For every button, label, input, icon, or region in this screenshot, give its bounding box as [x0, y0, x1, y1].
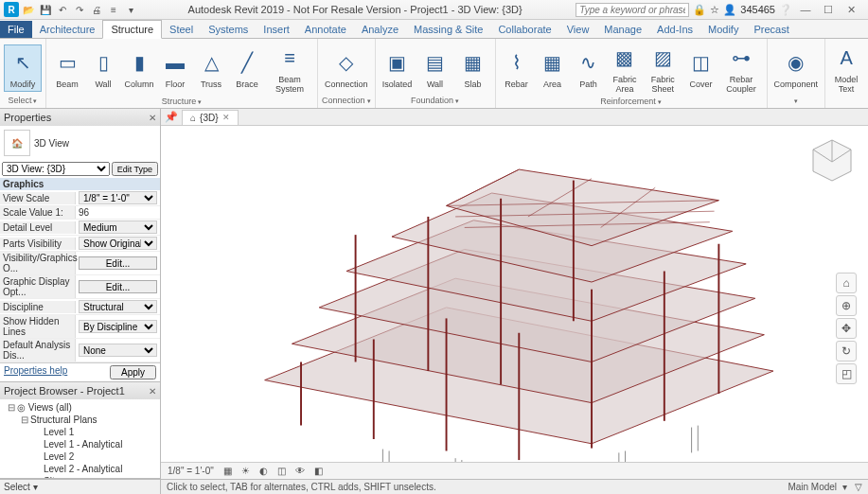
tab-file[interactable]: File	[0, 21, 32, 38]
minimize-button[interactable]: —	[796, 3, 815, 17]
tab-steel[interactable]: Steel	[162, 21, 201, 38]
print-icon[interactable]: 🖨	[89, 2, 104, 17]
tab-modify[interactable]: Modify	[700, 21, 746, 38]
type-selector[interactable]: 🏠 3D View	[0, 126, 160, 160]
tree-item-structural-plans[interactable]: ⊟Structural Plans	[0, 414, 160, 426]
tree-item-views-all-[interactable]: ⊟◎ Views (all)	[0, 401, 160, 414]
nav-tool[interactable]: ⊕	[836, 295, 857, 316]
close-button[interactable]: ✕	[841, 3, 860, 17]
column-button[interactable]: ▮Column	[122, 45, 156, 91]
help-icon[interactable]: ❔	[779, 4, 792, 16]
search-input[interactable]	[576, 3, 689, 17]
instance-selector[interactable]: 3D View: {3D}	[2, 162, 110, 176]
tab-insert[interactable]: Insert	[256, 21, 297, 38]
rebar-coupler-button[interactable]: ⊶Rebar Coupler	[719, 41, 762, 96]
view-tab-3d[interactable]: ⌂ {3D} ✕	[182, 110, 239, 125]
tab-massing-site[interactable]: Massing & Site	[406, 21, 490, 38]
close-icon[interactable]: ✕	[149, 386, 156, 397]
tab-precast[interactable]: Precast	[746, 21, 796, 38]
connection-button[interactable]: ◇Connection	[322, 45, 371, 91]
prop-select[interactable]: 1/8" = 1'-0"	[79, 191, 157, 204]
wall-button[interactable]: ▯Wall	[86, 45, 120, 91]
path-button[interactable]: ∿Path	[572, 45, 606, 91]
tab-analyze[interactable]: Analyze	[354, 21, 406, 38]
tab-collaborate[interactable]: Collaborate	[490, 21, 558, 38]
tab-systems[interactable]: Systems	[201, 21, 256, 38]
measure-icon[interactable]: ≡	[106, 2, 121, 17]
group-label[interactable]: Connection	[322, 95, 371, 106]
reveal-icon[interactable]: ◧	[311, 466, 326, 476]
sun-path-icon[interactable]: ☀	[239, 466, 253, 476]
edit-type-button[interactable]: Edit Type	[112, 162, 158, 176]
prop-select[interactable]: Show Original	[79, 237, 157, 250]
save-icon[interactable]: 💾	[38, 2, 53, 17]
slab-button[interactable]: ▦Slab	[455, 45, 491, 91]
close-icon[interactable]: ✕	[149, 113, 156, 123]
fabric-sheet-button[interactable]: ▨Fabric Sheet	[644, 41, 682, 96]
beam-system-button[interactable]: ≡Beam System	[266, 41, 313, 96]
tab-add-ins[interactable]: Add-Ins	[649, 21, 700, 38]
group-label[interactable]: Foundation	[380, 95, 491, 106]
undo-icon[interactable]: ↶	[55, 2, 70, 17]
group-label[interactable]: Structure	[50, 96, 313, 107]
tree-twisty-icon[interactable]: ⊟	[21, 415, 30, 425]
worksets-dropdown[interactable]: Main Model	[788, 482, 837, 492]
project-browser-header[interactable]: Project Browser - Project1 ✕	[0, 382, 160, 399]
tree-item-level-2[interactable]: Level 2	[0, 450, 160, 463]
prop-select[interactable]: Medium	[79, 221, 157, 234]
modify-button[interactable]: ↖Modify	[4, 44, 42, 92]
dropdown-icon[interactable]: ▾	[123, 2, 138, 17]
open-icon[interactable]: 📂	[21, 2, 36, 17]
user-icon[interactable]: 👤	[723, 4, 736, 16]
beam-button[interactable]: ▭Beam	[50, 45, 84, 91]
rebar-button[interactable]: ⌇Rebar	[500, 45, 534, 91]
nav-tool[interactable]: ✥	[836, 318, 857, 339]
model-text-button[interactable]: AModel Text	[829, 41, 863, 96]
tree-item-level-2-analytical[interactable]: Level 2 - Analytical	[0, 463, 160, 475]
3d-canvas[interactable]: ⌂⊕✥↻◰	[161, 126, 868, 462]
tree-item-site[interactable]: Site	[0, 475, 160, 478]
group-label[interactable]: Select	[4, 95, 42, 106]
tab-manage[interactable]: Manage	[596, 21, 649, 38]
graphics-section[interactable]: Graphics	[0, 178, 160, 190]
fabric-area-button[interactable]: ▩Fabric Area	[608, 41, 643, 96]
nav-tool[interactable]: ◰	[836, 363, 857, 384]
tree-item-level-1[interactable]: Level 1	[0, 426, 160, 438]
scale-display[interactable]: 1/8" = 1'-0"	[165, 466, 217, 476]
shadow-icon[interactable]: ◐	[257, 466, 271, 476]
prop-edit-button[interactable]: Edit...	[79, 280, 157, 293]
tree-item-level-1-analytical[interactable]: Level 1 - Analytical	[0, 438, 160, 450]
isolated-button[interactable]: ▣Isolated	[380, 45, 416, 91]
group-label[interactable]: Model	[829, 96, 868, 107]
hide-icon[interactable]: 👁	[292, 466, 308, 476]
apply-button[interactable]: Apply	[110, 365, 156, 379]
group-label[interactable]: Reinforcement	[500, 96, 763, 107]
cover-button[interactable]: ◫Cover	[683, 45, 717, 91]
area-button[interactable]: ▦Area	[536, 45, 570, 91]
prop-select[interactable]: None	[79, 344, 157, 357]
tab-annotate[interactable]: Annotate	[297, 21, 354, 38]
floor-button[interactable]: ▬Floor	[158, 45, 192, 91]
view-cube[interactable]	[806, 135, 859, 187]
info-center-icon[interactable]: 🔒	[693, 4, 706, 16]
nav-tool[interactable]: ⌂	[836, 273, 857, 293]
component-button[interactable]: ◉Component	[771, 45, 822, 91]
signin-icon[interactable]: ☆	[710, 4, 719, 16]
brace-button[interactable]: ╱Brace	[230, 45, 264, 91]
nav-tool[interactable]: ↻	[836, 341, 857, 362]
wall-button[interactable]: ▤Wall	[417, 45, 453, 91]
select-pulldown[interactable]: Select ▾	[0, 479, 161, 494]
filter-icon[interactable]: ▽	[855, 482, 862, 492]
tab-architecture[interactable]: Architecture	[32, 21, 103, 38]
group-label[interactable]	[771, 95, 822, 106]
tab-structure[interactable]: Structure	[102, 20, 162, 39]
tree-twisty-icon[interactable]: ⊟	[8, 402, 17, 413]
maximize-button[interactable]: ☐	[819, 3, 838, 17]
crop-icon[interactable]: ◫	[275, 466, 289, 476]
close-tab-icon[interactable]: ✕	[222, 113, 230, 122]
prop-edit-button[interactable]: Edit...	[79, 256, 157, 270]
pin-icon[interactable]: 📌	[161, 111, 182, 123]
prop-select[interactable]: By Discipline	[79, 320, 157, 333]
tab-view[interactable]: View	[559, 21, 597, 38]
prop-select[interactable]: Structural	[79, 300, 157, 313]
